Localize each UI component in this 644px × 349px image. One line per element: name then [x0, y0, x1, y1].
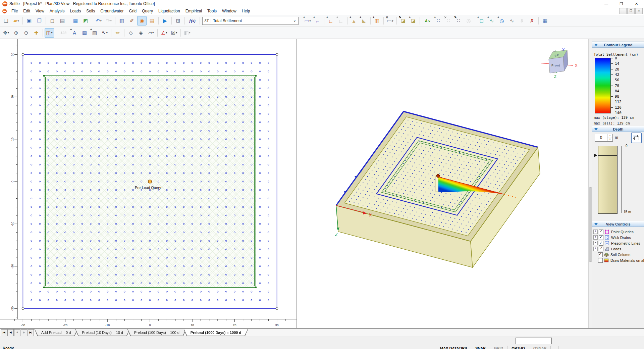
status-toggle-max-datatips[interactable]: MAX DATATIPS — [436, 346, 471, 349]
stage-tab[interactable]: Preload (1000 Days) = 1000 d — [184, 329, 248, 336]
collapse-icon[interactable] — [594, 44, 598, 46]
status-toggle-snap[interactable]: SNAP — [471, 346, 490, 349]
chevron-down-icon[interactable]: ∨ — [293, 19, 298, 23]
new-file-button[interactable]: ❏ — [1, 16, 11, 26]
mdi-restore-button[interactable]: ❐ — [627, 8, 635, 14]
plot-settlement-curves-button[interactable]: ✗ — [527, 16, 537, 26]
spin-up-icon[interactable]: ▲ — [607, 134, 612, 138]
expand-icon[interactable]: + — [593, 241, 598, 245]
add-excavation-button[interactable]: ◣+ — [359, 16, 369, 26]
open-file-button[interactable]: ▰▾ — [11, 16, 21, 26]
add-text-button[interactable]: A+ — [70, 28, 79, 38]
project-settings-button[interactable]: ✐ — [127, 16, 137, 26]
chart-queries-button[interactable]: ∿ — [507, 16, 517, 26]
dimension-box-button[interactable]: ☒▾ — [169, 28, 179, 38]
first-stage-button[interactable]: |◀ — [1, 329, 7, 336]
copy-button[interactable]: ❐ — [35, 16, 44, 26]
close-button[interactable]: ✕ — [629, 0, 644, 7]
plan-view-canvas[interactable]: Pre-Load Query-30-20-1001020303020100-10… — [0, 39, 297, 328]
measure-angle-button[interactable]: ∠▾ — [159, 28, 169, 38]
collapse-icon[interactable] — [594, 128, 598, 131]
3d-view-pane[interactable]: YXZTopFrontXYZ — [297, 39, 588, 328]
add-soil-layers-button[interactable]: ◪+ — [409, 16, 418, 26]
apply-depth-to-all-button[interactable] — [631, 133, 642, 143]
edit-grid-button[interactable]: ∷✎ — [454, 16, 463, 26]
auto-grid-button[interactable]: A∷ — [422, 16, 433, 26]
insert-vertex-button[interactable]: ◈ — [136, 28, 146, 38]
menu-loads[interactable]: Loads — [67, 7, 84, 15]
menu-grid[interactable]: Grid — [126, 7, 140, 15]
depth-marker-icon[interactable] — [594, 154, 597, 157]
stage-tab[interactable]: Add Preload = 0 d — [35, 329, 77, 336]
expand-icon[interactable]: + — [593, 247, 598, 251]
zoom-out-button[interactable]: ⊖ — [21, 28, 31, 38]
contour-data-combo[interactable]: δTTotal Settlement∨ — [202, 17, 299, 25]
add-embankment-button[interactable]: ▲+ — [349, 16, 359, 26]
contour-legend-header[interactable]: Contour Legend — [592, 42, 644, 48]
add-time-query-button[interactable]: ◷+ — [497, 16, 506, 26]
menu-file[interactable]: File — [9, 7, 20, 15]
expand-icon[interactable]: + — [593, 235, 598, 240]
display-options-button[interactable]: ▦ — [71, 16, 80, 26]
menu-groundwater[interactable]: Groundwater — [98, 7, 126, 15]
selection-window-button[interactable]: ▱▾ — [146, 28, 156, 38]
view-mode-button[interactable]: ◫▾ — [45, 28, 54, 38]
menu-soils[interactable]: Soils — [84, 7, 98, 15]
menu-tools[interactable]: Tools — [205, 7, 219, 15]
status-toggle-osnap[interactable]: OSNAP — [529, 346, 551, 349]
pan-button[interactable]: ✚ — [32, 28, 41, 38]
menu-window[interactable]: Window — [219, 7, 239, 15]
restore-button[interactable]: ❐ — [614, 0, 629, 7]
move-vertex-button[interactable]: ◇ — [126, 28, 136, 38]
save-button[interactable]: ▣ — [24, 16, 34, 26]
menu-help[interactable]: Help — [239, 7, 253, 15]
zoom-in-button[interactable]: ⊕ — [11, 28, 21, 38]
view-controls-header[interactable]: View Controls — [592, 221, 644, 227]
edit-soil-layers-button[interactable]: ◪✎ — [398, 16, 408, 26]
function-editor-button[interactable]: ƒ(x) — [186, 16, 198, 26]
add-polygonal-load-button[interactable]: ⌐+ — [313, 16, 322, 26]
visibility-checkbox[interactable] — [599, 241, 603, 246]
depth-spinner[interactable]: 0 ▲▼ — [595, 134, 613, 142]
add-wick-drains-button[interactable]: ▥+ — [372, 16, 382, 26]
plan-view-pane[interactable]: Pre-Load Query-30-20-1001020303020100-10… — [0, 39, 297, 328]
depth-value[interactable]: 0 — [595, 134, 607, 141]
visibility-checkbox[interactable] — [599, 235, 603, 240]
add-image-button[interactable]: ▨+ — [90, 28, 99, 38]
side-by-side-view-button[interactable]: ▥ — [117, 16, 126, 26]
query-point-3d[interactable] — [437, 174, 440, 178]
mdi-minimize-button[interactable]: — — [619, 8, 627, 14]
depth-header[interactable]: Depth — [592, 126, 644, 132]
prompt-input[interactable] — [516, 338, 552, 344]
menu-edit[interactable]: Edit — [20, 7, 33, 15]
add-table-button[interactable]: ▦ — [80, 28, 89, 38]
compute-button[interactable]: ▶ — [160, 16, 170, 26]
status-toggle-grid[interactable]: GRID — [490, 346, 508, 349]
calculator-button[interactable]: ⊞ — [173, 16, 183, 26]
stage-tab[interactable]: Preload (10 Days) = 10 d — [75, 329, 130, 336]
visibility-checkbox[interactable] — [599, 247, 603, 251]
material-properties-button[interactable]: ▤ — [147, 16, 157, 26]
visibility-checkbox[interactable] — [599, 230, 603, 234]
menu-view[interactable]: View — [33, 7, 47, 15]
last-stage-button[interactable]: ▶| — [28, 329, 34, 336]
add-staged-load-button[interactable]: ∟+ — [326, 16, 335, 26]
menu-analysis[interactable]: Analysis — [47, 7, 67, 15]
print-preview-button[interactable]: ◻ — [48, 16, 57, 26]
collapse-icon[interactable] — [594, 223, 598, 226]
expand-icon[interactable]: + — [593, 230, 598, 234]
add-line-query-button[interactable]: ∿+ — [487, 16, 496, 26]
zoom-extents-button[interactable]: ✥▾ — [1, 28, 11, 38]
add-rectangular-load-button[interactable]: ▭+▾ — [303, 16, 312, 26]
undo-button[interactable]: ↶▾ — [94, 16, 103, 26]
contour-options-button[interactable]: ▦ — [540, 16, 550, 26]
settle-3d-view-button[interactable]: ◉ — [137, 16, 147, 26]
stage-list-button[interactable]: # — [14, 329, 20, 336]
status-toggle-ortho[interactable]: ORTHO — [507, 346, 529, 349]
add-arrow-button[interactable]: ↖▾ — [100, 28, 109, 38]
menu-query[interactable]: Query — [139, 7, 156, 15]
menu-empirical[interactable]: Empirical — [183, 7, 205, 15]
add-grid-button[interactable]: ∷+ — [434, 16, 443, 26]
mdi-close-button[interactable]: ✕ — [635, 8, 643, 14]
visibility-checkbox[interactable] — [598, 258, 603, 263]
